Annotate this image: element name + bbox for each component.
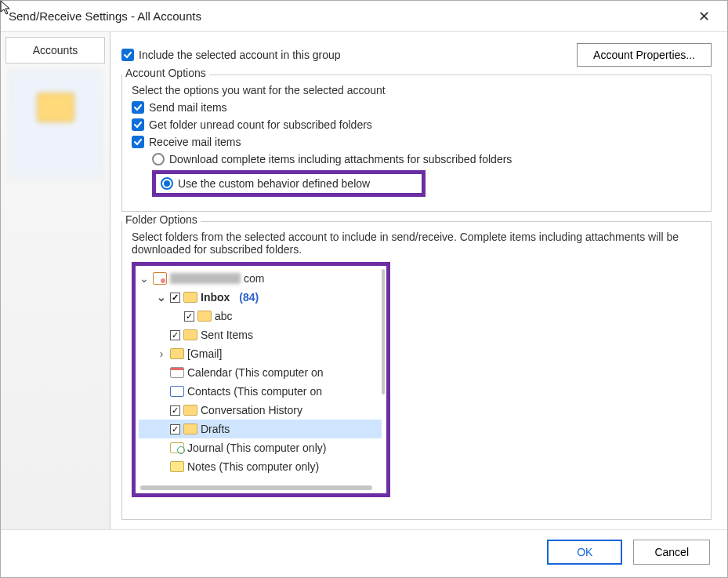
tree-drafts[interactable]: Drafts	[139, 420, 382, 438]
journal-icon	[170, 442, 184, 453]
account-name-suffix: com	[244, 272, 264, 285]
account-name-blurred	[170, 273, 241, 284]
tree-label: Inbox	[201, 291, 230, 304]
tree-label: Contacts (This computer on	[187, 385, 322, 398]
checkmark-icon	[132, 118, 144, 131]
tree-label: Drafts	[201, 423, 230, 435]
radio-download-complete[interactable]: Download complete items including attach…	[152, 153, 701, 165]
ok-button[interactable]: OK	[547, 540, 622, 565]
tree-notes[interactable]: Notes (This computer only)	[139, 457, 382, 476]
account-options-help: Select the options you want for the sele…	[132, 84, 701, 96]
tree-calendar[interactable]: Calendar (This computer on	[139, 363, 382, 382]
send-mail-label: Send mail items	[149, 101, 227, 114]
window-title: Send/Receive Settings - All Accounts	[9, 9, 201, 23]
unread-count-checkbox[interactable]: Get folder unread count for subscribed f…	[132, 118, 701, 131]
folder-icon	[183, 329, 197, 340]
tree-label: Sent Items	[201, 329, 253, 341]
close-button[interactable]: ✕	[688, 5, 719, 28]
radio-download-label: Download complete items including attach…	[169, 153, 512, 165]
tree-count: (84)	[239, 291, 259, 304]
folder-options-help: Select folders from the selected account…	[132, 231, 701, 256]
dialog-window: Send/Receive Settings - All Accounts ✕ A…	[0, 0, 728, 578]
send-mail-checkbox[interactable]: Send mail items	[132, 101, 701, 114]
tree-label: Calendar (This computer on	[187, 366, 324, 379]
tree-label: Journal (This computer only)	[187, 442, 326, 454]
receive-mail-label: Receive mail items	[149, 136, 241, 148]
radio-icon	[161, 177, 173, 190]
folder-icon	[170, 348, 184, 359]
include-account-checkbox[interactable]: Include the selected account in this gro…	[121, 49, 341, 61]
checkmark-icon	[121, 49, 134, 61]
folder-tree[interactable]: ⌄ com ⌄ Inbox (84)	[136, 266, 386, 493]
folder-icon	[183, 405, 197, 416]
vertical-scrollbar[interactable]	[382, 269, 385, 394]
expander-icon[interactable]: ⌄	[139, 272, 150, 285]
tree-inbox[interactable]: ⌄ Inbox (84)	[139, 288, 382, 307]
tree-checkbox[interactable]	[170, 293, 180, 303]
account-thumbnail[interactable]	[9, 70, 102, 180]
tree-checkbox[interactable]	[170, 405, 180, 416]
include-account-label: Include the selected account in this gro…	[139, 49, 341, 61]
tree-journal[interactable]: Journal (This computer only)	[139, 438, 382, 457]
folder-icon	[37, 93, 74, 122]
account-options-legend: Account Options	[122, 67, 209, 79]
tree-inbox-abc[interactable]: abc	[139, 307, 382, 325]
folder-icon	[183, 292, 197, 303]
tree-checkbox[interactable]	[170, 424, 180, 434]
accounts-sidebar: Accounts	[1, 32, 110, 529]
receive-mail-checkbox[interactable]: Receive mail items	[132, 136, 701, 148]
unread-count-label: Get folder unread count for subscribed f…	[149, 118, 372, 131]
expander-icon[interactable]: ⌄	[156, 291, 167, 304]
titlebar: Send/Receive Settings - All Accounts ✕	[1, 1, 727, 32]
folder-options-group: Folder Options Select folders from the s…	[121, 221, 712, 520]
calendar-icon	[170, 367, 184, 378]
tree-checkbox[interactable]	[184, 311, 194, 322]
tree-root[interactable]: ⌄ com	[139, 269, 382, 288]
radio-custom-behavior[interactable]: Use the custom behavior defined below	[152, 170, 701, 197]
tree-label: abc	[215, 310, 233, 322]
radio-icon	[152, 153, 165, 165]
folder-options-legend: Folder Options	[122, 213, 201, 226]
folder-tree-highlight: ⌄ com ⌄ Inbox (84)	[132, 262, 390, 497]
notes-icon	[170, 461, 184, 472]
checkmark-icon	[132, 101, 144, 114]
folder-icon	[197, 311, 212, 322]
mailbox-icon	[153, 272, 167, 285]
expander-icon[interactable]: ›	[156, 347, 167, 360]
account-properties-button[interactable]: Account Properties...	[577, 43, 712, 67]
horizontal-scrollbar[interactable]	[140, 485, 372, 490]
radio-custom-label: Use the custom behavior defined below	[178, 177, 370, 190]
tree-label: [Gmail]	[187, 347, 222, 360]
contacts-icon	[170, 386, 184, 397]
highlight-box: Use the custom behavior defined below	[152, 170, 426, 197]
folder-icon	[183, 424, 197, 434]
tree-label: Conversation History	[201, 404, 302, 416]
account-options-group: Account Options Select the options you w…	[121, 75, 712, 212]
tree-sent-items[interactable]: Sent Items	[139, 325, 382, 344]
tree-contacts[interactable]: Contacts (This computer on	[139, 382, 382, 401]
tree-label: Notes (This computer only)	[187, 460, 319, 473]
checkmark-icon	[132, 136, 144, 148]
tree-checkbox[interactable]	[170, 330, 180, 340]
tree-conversation-history[interactable]: Conversation History	[139, 401, 382, 420]
cancel-button[interactable]: Cancel	[633, 540, 710, 565]
tree-gmail[interactable]: › [Gmail]	[139, 344, 382, 363]
sidebar-header: Accounts	[5, 37, 105, 64]
dialog-buttons: OK Cancel	[1, 529, 727, 577]
